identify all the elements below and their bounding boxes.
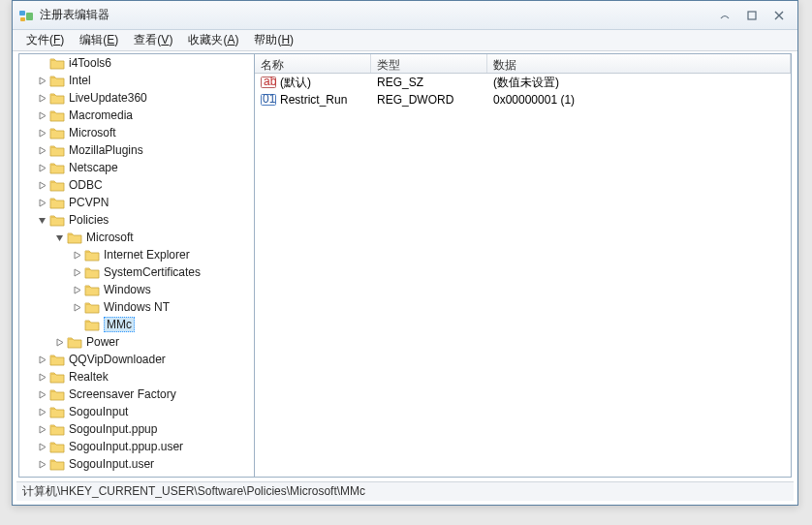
- tree-item-Screensaver-Factory[interactable]: Screensaver Factory: [19, 386, 254, 403]
- tree-item-SogouInput.ppup[interactable]: SogouInput.ppup: [19, 420, 254, 438]
- column-header[interactable]: 名称 类型 数据: [255, 54, 791, 74]
- tree-item-SogouInput.user[interactable]: SogouInput.user: [19, 455, 254, 473]
- folder-icon: [49, 457, 65, 471]
- folder-icon: [49, 387, 65, 401]
- tree-label: Screensaver Factory: [69, 387, 176, 401]
- app-icon: [18, 8, 34, 23]
- tree-item-MMc[interactable]: MMc: [19, 316, 254, 333]
- tree-item-SogouInput.ppup.user[interactable]: SogouInput.ppup.user: [19, 438, 254, 455]
- close-button[interactable]: [766, 7, 792, 24]
- leaf-icon: [72, 320, 82, 330]
- folder-icon: [49, 422, 65, 436]
- tree-label: Power: [86, 335, 119, 349]
- expand-icon[interactable]: [37, 198, 47, 208]
- expand-icon[interactable]: [37, 163, 47, 173]
- expand-icon[interactable]: [37, 459, 47, 470]
- value-data: 0x00000001 (1): [487, 93, 791, 107]
- folder-icon: [49, 370, 65, 384]
- menu-收藏夹[interactable]: 收藏夹(A): [180, 30, 246, 50]
- folder-icon: [49, 56, 65, 70]
- status-path: 计算机\HKEY_CURRENT_USER\Software\Policies\…: [22, 483, 365, 500]
- expand-icon[interactable]: [37, 424, 47, 435]
- folder-icon: [84, 318, 100, 331]
- tree-item-Macromedia[interactable]: Macromedia: [19, 107, 254, 124]
- folder-icon: [49, 143, 65, 157]
- tree-item-PCVPN[interactable]: PCVPN: [19, 194, 254, 211]
- tree-label: Realtek: [69, 370, 109, 384]
- tree-item-Realtek[interactable]: Realtek: [19, 368, 254, 386]
- tree-item-Netscape[interactable]: Netscape: [19, 159, 254, 176]
- value-row[interactable]: ab(默认)REG_SZ(数值未设置): [255, 74, 791, 91]
- expand-icon[interactable]: [37, 442, 47, 452]
- tree-item-i4Tools6[interactable]: i4Tools6: [19, 54, 254, 72]
- menu-查看[interactable]: 查看(V): [126, 30, 180, 50]
- string-value-icon: ab: [261, 76, 276, 89]
- tree-list: i4Tools6IntelLiveUpdate360MacromediaMicr…: [19, 54, 254, 473]
- tree-label: Microsoft: [69, 126, 116, 139]
- values-list[interactable]: ab(默认)REG_SZ(数值未设置)011Restrict_RunREG_DW…: [255, 74, 791, 477]
- menu-编辑[interactable]: 编辑(E): [72, 30, 126, 50]
- folder-icon: [49, 108, 65, 122]
- menu-帮助[interactable]: 帮助(H): [246, 30, 301, 50]
- expand-icon[interactable]: [37, 180, 47, 191]
- col-name[interactable]: 名称: [255, 54, 371, 73]
- tree-item-Intel[interactable]: Intel: [19, 72, 254, 89]
- tree-label: Policies: [69, 213, 109, 227]
- tree-item-SystemCertificates[interactable]: SystemCertificates: [19, 263, 254, 281]
- folder-icon: [49, 161, 65, 174]
- expand-icon[interactable]: [37, 93, 47, 104]
- expand-icon[interactable]: [72, 302, 82, 313]
- maximize-button[interactable]: [739, 7, 765, 24]
- folder-icon: [49, 178, 65, 192]
- tree-item-Windows[interactable]: Windows: [19, 281, 254, 298]
- folder-icon: [49, 405, 65, 418]
- tree-item-SogouInput[interactable]: SogouInput: [19, 403, 254, 420]
- tree-item-QQVipDownloader[interactable]: QQVipDownloader: [19, 351, 254, 368]
- expand-icon[interactable]: [72, 250, 82, 261]
- tree-item-Policies[interactable]: Policies: [19, 211, 254, 229]
- expand-icon[interactable]: [37, 145, 47, 156]
- expand-icon[interactable]: [37, 372, 47, 383]
- collapse-icon[interactable]: [37, 215, 47, 226]
- tree-pane[interactable]: i4Tools6IntelLiveUpdate360MacromediaMicr…: [18, 53, 255, 478]
- tree-item-Internet-Explorer[interactable]: Internet Explorer: [19, 246, 254, 263]
- tree-item-Power[interactable]: Power: [19, 333, 254, 351]
- expand-icon[interactable]: [54, 337, 65, 348]
- tree-label: LiveUpdate360: [69, 91, 147, 105]
- expand-icon[interactable]: [37, 355, 47, 365]
- folder-icon: [49, 213, 65, 227]
- expand-icon[interactable]: [72, 267, 82, 278]
- tree-label: SogouInput: [69, 405, 128, 418]
- value-row[interactable]: 011Restrict_RunREG_DWORD0x00000001 (1): [255, 91, 791, 108]
- expand-icon[interactable]: [37, 389, 47, 400]
- tree-label: SystemCertificates: [104, 265, 201, 279]
- folder-icon: [84, 300, 100, 314]
- tree-label: Intel: [69, 74, 91, 87]
- expand-icon[interactable]: [37, 76, 47, 86]
- tree-label: Windows: [104, 283, 151, 296]
- tree-item-Microsoft[interactable]: Microsoft: [19, 229, 254, 246]
- svg-rect-2: [20, 17, 25, 21]
- folder-icon: [84, 248, 100, 262]
- tree-item-ODBC[interactable]: ODBC: [19, 176, 254, 194]
- tree-label: Internet Explorer: [104, 248, 190, 262]
- tree-item-MozillaPlugins[interactable]: MozillaPlugins: [19, 141, 254, 159]
- folder-icon: [67, 231, 82, 244]
- collapse-icon[interactable]: [54, 232, 65, 243]
- tree-item-LiveUpdate360[interactable]: LiveUpdate360: [19, 89, 254, 107]
- minimize-button[interactable]: [712, 7, 737, 24]
- expand-icon[interactable]: [72, 285, 82, 295]
- col-data[interactable]: 数据: [487, 54, 791, 73]
- expand-icon[interactable]: [37, 128, 47, 139]
- col-type[interactable]: 类型: [371, 54, 487, 73]
- tree-label: SogouInput.ppup.user: [69, 440, 183, 453]
- tree-item-Windows-NT[interactable]: Windows NT: [19, 298, 254, 316]
- tree-item-Microsoft[interactable]: Microsoft: [19, 124, 254, 141]
- folder-icon: [49, 126, 65, 139]
- tree-label: Netscape: [69, 161, 118, 174]
- tree-label: QQVipDownloader: [69, 353, 166, 366]
- menu-文件[interactable]: 文件(F): [18, 30, 72, 50]
- expand-icon[interactable]: [37, 407, 47, 417]
- expand-icon[interactable]: [37, 110, 47, 121]
- titlebar[interactable]: 注册表编辑器: [13, 1, 797, 30]
